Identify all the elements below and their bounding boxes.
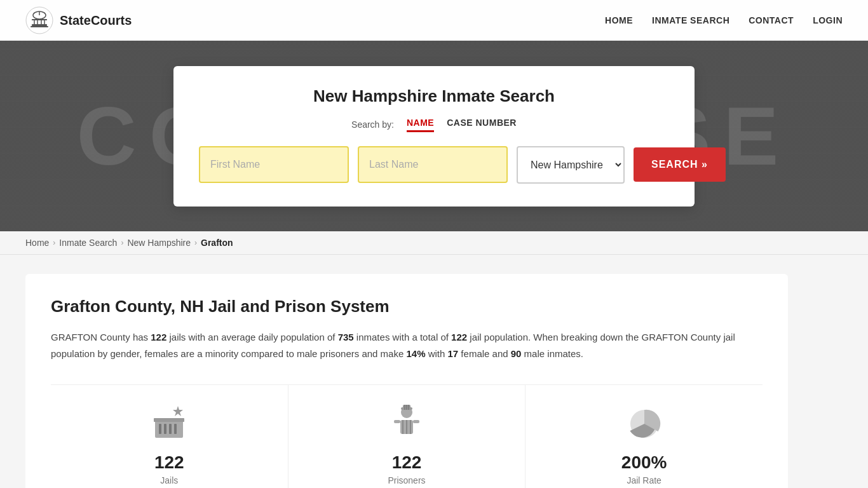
content-card: Grafton County, NH Jail and Prison Syste… <box>25 274 788 488</box>
desc-part7: male inmates. <box>521 348 583 359</box>
breadcrumb-inmate-search[interactable]: Inmate Search <box>59 238 117 248</box>
content-title: Grafton County, NH Jail and Prison Syste… <box>51 297 763 316</box>
tab-name[interactable]: NAME <box>407 118 434 132</box>
stat-jails-number: 122 <box>154 452 184 473</box>
svg-rect-12 <box>164 424 166 434</box>
chart-icon <box>622 400 667 445</box>
desc-part5: with <box>426 348 448 359</box>
stat-jails: 122 Jails <box>51 385 288 488</box>
breadcrumb-sep-2: › <box>121 238 123 247</box>
stat-jail-rate-label: Jail Rate <box>627 475 661 485</box>
last-name-input[interactable] <box>358 146 508 183</box>
nav-login[interactable]: LOGIN <box>813 15 843 25</box>
nav-inmate-search[interactable]: INMATE SEARCH <box>652 15 729 25</box>
desc-female-count: 17 <box>448 348 459 359</box>
svg-rect-3 <box>32 24 47 26</box>
search-by-label: Search by: <box>351 119 394 130</box>
desc-part2: jails with an average daily population o… <box>166 332 337 342</box>
stat-jail-rate-number: 200% <box>621 452 667 473</box>
stat-jails-label: Jails <box>160 475 178 485</box>
content-description: GRAFTON County has 122 jails with an ave… <box>51 329 763 362</box>
svg-rect-27 <box>394 420 400 423</box>
breadcrumb: Home › Inmate Search › New Hampshire › G… <box>0 231 868 255</box>
svg-rect-11 <box>159 424 161 434</box>
logo-link[interactable]: StateCourts <box>25 6 132 34</box>
logo-icon <box>25 6 53 34</box>
hero-section: COURTHOUSE New Hampshire Inmate Search S… <box>0 41 868 231</box>
desc-avg-pop: 735 <box>338 332 354 342</box>
tab-case-number[interactable]: CASE NUMBER <box>447 118 517 132</box>
breadcrumb-nh[interactable]: New Hampshire <box>127 238 191 248</box>
stat-prisoners-label: Prisoners <box>388 475 425 485</box>
search-fields: New HampshireAlabamaAlaskaArizonaArkansa… <box>199 146 669 184</box>
search-card-title: New Hampshire Inmate Search <box>199 86 669 106</box>
jail-icon <box>147 400 191 445</box>
main-nav: HOME INMATE SEARCH CONTACT LOGIN <box>605 15 843 25</box>
breadcrumb-current: Grafton <box>201 238 233 248</box>
logo-text: StateCourts <box>60 13 132 28</box>
search-button[interactable]: SEARCH » <box>634 147 726 182</box>
prisoner-icon <box>384 400 429 445</box>
desc-part1: GRAFTON County has <box>51 332 151 342</box>
breadcrumb-home[interactable]: Home <box>25 238 49 248</box>
stat-prisoners-number: 122 <box>392 452 422 473</box>
nav-contact[interactable]: CONTACT <box>749 15 794 25</box>
svg-rect-14 <box>174 424 177 434</box>
search-by-row: Search by: NAME CASE NUMBER <box>199 118 669 132</box>
breadcrumb-sep-3: › <box>194 238 197 247</box>
svg-rect-13 <box>169 424 172 434</box>
stat-prisoners: 122 Prisoners <box>288 385 526 488</box>
desc-part6: female and <box>458 348 511 359</box>
stats-row: 122 Jails <box>51 384 763 488</box>
desc-total-jail-pop: 122 <box>451 332 467 342</box>
search-card: New Hampshire Inmate Search Search by: N… <box>173 66 695 207</box>
stat-jail-rate: 200% Jail Rate <box>526 385 763 488</box>
desc-male-count: 90 <box>511 348 522 359</box>
header: StateCourts HOME INMATE SEARCH CONTACT L… <box>0 0 868 41</box>
first-name-input[interactable] <box>199 146 349 183</box>
svg-rect-9 <box>32 19 47 20</box>
desc-female-pct: 14% <box>406 348 425 359</box>
main-content: Grafton County, NH Jail and Prison Syste… <box>0 255 868 488</box>
breadcrumb-sep-1: › <box>53 238 55 247</box>
desc-part3: inmates with a total of <box>354 332 451 342</box>
desc-jails: 122 <box>151 332 166 342</box>
svg-marker-16 <box>173 406 183 416</box>
svg-rect-28 <box>413 420 419 423</box>
nav-home[interactable]: HOME <box>605 15 633 25</box>
svg-rect-15 <box>154 418 184 422</box>
state-select[interactable]: New HampshireAlabamaAlaskaArizonaArkansa… <box>517 146 625 184</box>
svg-rect-4 <box>31 26 48 27</box>
